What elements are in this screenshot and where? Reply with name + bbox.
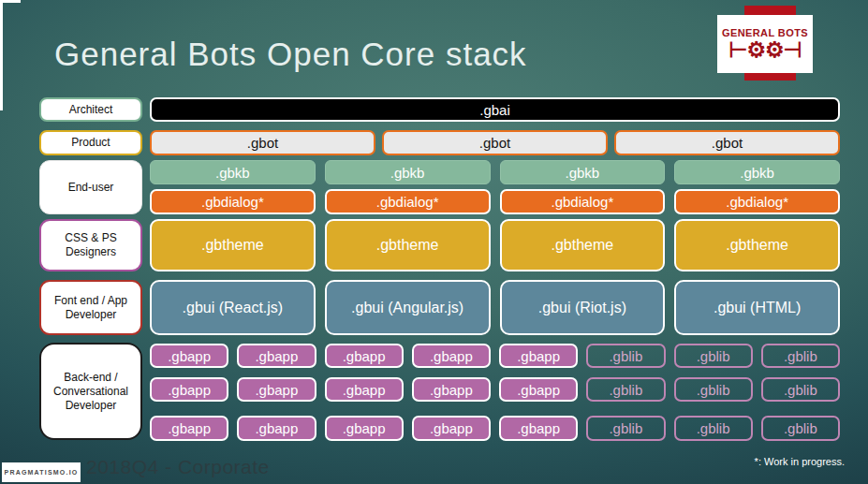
row-label-backend-developer: Back-end / Conversational Developer xyxy=(39,343,142,440)
gblib-box: .gblib xyxy=(674,416,753,441)
page-title: General Bots Open Core stack xyxy=(54,36,527,73)
row-gbdialog: .gbdialog* .gbdialog* .gbdialog* .gbdial… xyxy=(150,189,840,214)
row-label-end-user: End-user xyxy=(39,160,142,214)
gbapp-box: .gbapp xyxy=(499,416,578,441)
gbot-box: .gbot xyxy=(382,130,608,155)
gbkb-box: .gbkb xyxy=(150,160,316,184)
gbtheme-box: .gbtheme xyxy=(150,219,316,271)
row-label-architect: Architect xyxy=(39,97,142,122)
gbapp-box: .gbapp xyxy=(237,344,316,368)
gbapp-box: .gbapp xyxy=(499,377,578,402)
gbapp-box: .gbapp xyxy=(412,416,491,441)
gbot-box: .gbot xyxy=(150,130,375,155)
gblib-box: .gblib xyxy=(761,344,840,368)
gbtheme-box: .gbtheme xyxy=(500,219,666,271)
gbdialog-box: .gbdialog* xyxy=(150,189,316,214)
gbui-riot-box: .gbui (Riot.js) xyxy=(500,280,666,335)
gbapp-box: .gbapp xyxy=(237,416,316,441)
row-backend-2: .gbapp .gbapp .gbapp .gbapp .gbapp .gbli… xyxy=(150,377,840,402)
gbkb-box: .gbkb xyxy=(500,160,666,184)
gbapp-box: .gbapp xyxy=(150,377,228,402)
gbapp-box: .gbapp xyxy=(325,416,404,441)
gbapp-box: .gbapp xyxy=(237,377,316,402)
gbui-angular-box: .gbui (Angular.js) xyxy=(325,280,491,335)
row-product: .gbot .gbot .gbot xyxy=(150,130,840,155)
gbapp-box: .gbapp xyxy=(150,416,228,441)
slide-corner-mark-vertical xyxy=(0,0,3,110)
gblib-box: .gblib xyxy=(674,344,753,368)
row-gbui: .gbui (React.js) .gbui (Angular.js) .gbu… xyxy=(150,280,840,335)
slide: General Bots Open Core stack GENERAL BOT… xyxy=(0,0,868,484)
general-bots-logo: GENERAL BOTS ⊢⚙⚙⊣ xyxy=(717,15,813,73)
work-in-progress-note: *: Work in progress. xyxy=(755,456,845,467)
gbdialog-box: .gbdialog* xyxy=(325,189,491,214)
gbdialog-box: .gbdialog* xyxy=(500,189,666,214)
gbdialog-box: .gbdialog* xyxy=(674,189,840,214)
gblib-box: .gblib xyxy=(586,344,665,368)
gbtheme-box: .gbtheme xyxy=(674,219,840,271)
gbot-box: .gbot xyxy=(614,130,840,155)
row-gbtheme: .gbtheme .gbtheme .gbtheme .gbtheme xyxy=(150,219,840,271)
gbkb-box: .gbkb xyxy=(674,160,840,184)
pragmatismo-badge: PRAGMATISMO.IO xyxy=(2,462,81,482)
edition-text: 2018Q4 - Corporate xyxy=(86,456,270,478)
row-backend-1: .gbapp .gbapp .gbapp .gbapp .gbapp .gbli… xyxy=(150,344,840,368)
gblib-box: .gblib xyxy=(586,377,665,402)
gbkb-box: .gbkb xyxy=(325,160,491,184)
gbapp-box: .gbapp xyxy=(412,344,491,368)
gbai-box: .gbai xyxy=(150,97,840,122)
row-architect: .gbai xyxy=(150,97,840,122)
gbapp-box: .gbapp xyxy=(150,344,228,368)
slide-corner-mark-horizontal xyxy=(0,0,21,3)
gbtheme-box: .gbtheme xyxy=(325,219,491,271)
gbui-html-box: .gbui (HTML) xyxy=(674,280,840,335)
gblib-box: .gblib xyxy=(761,377,840,402)
gbapp-box: .gbapp xyxy=(325,377,404,402)
row-label-product: Product xyxy=(39,130,142,155)
row-label-frontend-developer: Font end / App Developer xyxy=(39,280,142,335)
row-label-css-ps-designers: CSS & PS Designers xyxy=(39,219,142,271)
gbapp-box: .gbapp xyxy=(499,344,578,368)
gbui-react-box: .gbui (React.js) xyxy=(150,280,316,335)
gbapp-box: .gbapp xyxy=(325,344,404,368)
row-gbkb: .gbkb .gbkb .gbkb .gbkb xyxy=(150,160,840,184)
row-backend-3: .gbapp .gbapp .gbapp .gbapp .gbapp .gbli… xyxy=(150,416,840,441)
gblib-box: .gblib xyxy=(674,377,753,402)
gears-icon: ⊢⚙⚙⊣ xyxy=(728,39,801,61)
gbapp-box: .gbapp xyxy=(412,377,491,402)
gblib-box: .gblib xyxy=(761,416,840,441)
gblib-box: .gblib xyxy=(586,416,665,441)
